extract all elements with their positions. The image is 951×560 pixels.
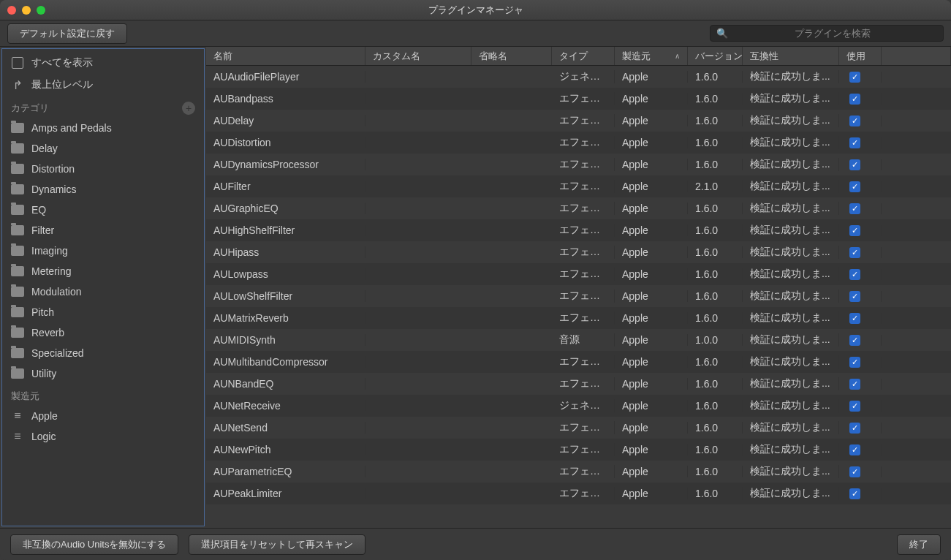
use-checkbox[interactable]: ✓ — [849, 488, 860, 499]
sidebar-category-item[interactable]: Metering — [2, 261, 204, 281]
column-manufacturer[interactable]: 製造元 ∧ — [615, 47, 688, 65]
cell-manufacturer: Apple — [615, 137, 688, 148]
sidebar-item-label: Dynamics — [31, 183, 76, 195]
cell-name: AUMultibandCompressor — [206, 356, 365, 368]
table-row[interactable]: AUGraphicEQエフェクトApple1.6.0検証に成功しま...✓ — [206, 197, 951, 219]
table-row[interactable]: AUNewPitchエフェクトApple1.6.0検証に成功しま...✓ — [206, 439, 951, 461]
column-version[interactable]: バージョン — [688, 47, 743, 65]
sidebar-category-item[interactable]: Modulation — [2, 281, 204, 302]
sidebar-item-label: Reverb — [31, 327, 64, 338]
use-checkbox[interactable]: ✓ — [849, 137, 860, 148]
cell-name: AUGraphicEQ — [206, 203, 365, 214]
sidebar-manufacturer-item[interactable]: Logic — [2, 426, 204, 447]
table-row[interactable]: AUPeakLimiterエフェクトApple1.6.0検証に成功しま...✓ — [206, 483, 951, 504]
sidebar-manufacturer-item[interactable]: Apple — [2, 406, 204, 426]
search-field[interactable]: 🔍 — [710, 25, 944, 42]
table-row[interactable]: AUDelayエフェクトApple1.6.0検証に成功しま...✓ — [206, 110, 951, 132]
sidebar-category-item[interactable]: Dynamics — [2, 179, 204, 200]
table-row[interactable]: AULowShelfFilterエフェクトApple1.6.0検証に成功しま..… — [206, 285, 951, 307]
sidebar-category-item[interactable]: Reverb — [2, 322, 204, 343]
cell-version: 1.6.0 — [688, 312, 743, 324]
cell-type: エフェクト — [552, 114, 615, 127]
use-checkbox[interactable]: ✓ — [849, 444, 860, 455]
column-use[interactable]: 使用 — [839, 47, 882, 65]
cell-name: AULowpass — [206, 268, 365, 280]
use-checkbox[interactable]: ✓ — [849, 247, 860, 258]
table-row[interactable]: AUHipassエフェクトApple1.6.0検証に成功しま...✓ — [206, 241, 951, 263]
titlebar: プラグインマネージャ — [0, 0, 951, 20]
minimize-icon[interactable] — [22, 6, 31, 15]
use-checkbox[interactable]: ✓ — [849, 72, 860, 83]
column-name[interactable]: 名前 — [206, 47, 365, 65]
sidebar-category-item[interactable]: Imaging — [2, 241, 204, 261]
cell-version: 1.6.0 — [688, 378, 743, 390]
sidebar-top-level[interactable]: 最上位レベル — [2, 74, 204, 96]
use-checkbox[interactable]: ✓ — [849, 291, 860, 302]
cell-name: AUMatrixReverb — [206, 312, 365, 324]
cell-compat: 検証に成功しま... — [743, 355, 839, 368]
column-custom[interactable]: カスタム名 — [365, 47, 471, 65]
folder-icon — [11, 122, 24, 134]
table-row[interactable]: AUDynamicsProcessorエフェクトApple1.6.0検証に成功し… — [206, 154, 951, 175]
column-compat[interactable]: 互換性 — [743, 47, 839, 65]
disable-incompat-button[interactable]: 非互換のAudio Unitsを無効にする — [10, 534, 178, 555]
use-checkbox[interactable]: ✓ — [849, 335, 860, 346]
cell-use: ✓ — [839, 357, 882, 368]
table-row[interactable]: AUMIDISynth音源Apple1.0.0検証に成功しま...✓ — [206, 329, 951, 351]
table-row[interactable]: AUNetReceiveジェネレ...Apple1.6.0検証に成功しま...✓ — [206, 395, 951, 417]
sidebar-category-item[interactable]: Pitch — [2, 302, 204, 322]
add-category-icon[interactable]: + — [182, 102, 195, 115]
sidebar-category-item[interactable]: Distortion — [2, 159, 204, 179]
column-abbrev[interactable]: 省略名 — [471, 47, 552, 65]
sidebar-category-item[interactable]: EQ — [2, 200, 204, 220]
table-row[interactable]: AUMultibandCompressorエフェクトApple1.6.0検証に成… — [206, 351, 951, 373]
use-checkbox[interactable]: ✓ — [849, 357, 860, 368]
list-icon — [11, 410, 24, 422]
use-checkbox[interactable]: ✓ — [849, 203, 860, 214]
table-row[interactable]: AUParametricEQエフェクトApple1.6.0検証に成功しま...✓ — [206, 461, 951, 483]
table-row[interactable]: AULowpassエフェクトApple1.6.0検証に成功しま...✓ — [206, 263, 951, 285]
column-type[interactable]: タイプ — [552, 47, 615, 65]
use-checkbox[interactable]: ✓ — [849, 181, 860, 192]
table-row[interactable]: AUAudioFilePlayerジェネレ...Apple1.6.0検証に成功し… — [206, 66, 951, 88]
cell-type: エフェクト — [552, 224, 615, 237]
sidebar-category-item[interactable]: Delay — [2, 138, 204, 159]
table-row[interactable]: AUNBandEQエフェクトApple1.6.0検証に成功しま...✓ — [206, 373, 951, 395]
search-input[interactable] — [728, 28, 937, 39]
cell-manufacturer: Apple — [615, 312, 688, 324]
cell-manufacturer: Apple — [615, 71, 688, 83]
folder-icon — [11, 163, 24, 175]
use-checkbox[interactable]: ✓ — [849, 94, 860, 105]
cell-type: エフェクト — [552, 465, 615, 478]
reset-defaults-button[interactable]: デフォルト設定に戻す — [7, 23, 127, 44]
use-checkbox[interactable]: ✓ — [849, 225, 860, 236]
reset-rescan-button[interactable]: 選択項目をリセットして再スキャン — [189, 534, 365, 555]
use-checkbox[interactable]: ✓ — [849, 423, 860, 434]
folder-icon — [11, 286, 24, 298]
sidebar-category-item[interactable]: Specialized — [2, 343, 204, 363]
use-checkbox[interactable]: ✓ — [849, 269, 860, 280]
sidebar-category-item[interactable]: Amps and Pedals — [2, 118, 204, 138]
use-checkbox[interactable]: ✓ — [849, 379, 860, 390]
sidebar-show-all[interactable]: すべてを表示 — [2, 52, 204, 74]
use-checkbox[interactable]: ✓ — [849, 159, 860, 170]
use-checkbox[interactable]: ✓ — [849, 313, 860, 324]
sidebar-category-item[interactable]: Utility — [2, 363, 204, 384]
sidebar-category-item[interactable]: Filter — [2, 220, 204, 241]
table-row[interactable]: AUFilterエフェクトApple2.1.0検証に成功しま...✓ — [206, 175, 951, 197]
table-row[interactable]: AUBandpassエフェクトApple1.6.0検証に成功しま...✓ — [206, 88, 951, 110]
cell-compat: 検証に成功しま... — [743, 311, 839, 325]
cell-compat: 検証に成功しま... — [743, 70, 839, 83]
use-checkbox[interactable]: ✓ — [849, 116, 860, 126]
table-row[interactable]: AUHighShelfFilterエフェクトApple1.6.0検証に成功しま.… — [206, 219, 951, 241]
zoom-icon[interactable] — [37, 6, 45, 15]
table-row[interactable]: AUNetSendエフェクトApple1.6.0検証に成功しま...✓ — [206, 417, 951, 439]
done-button[interactable]: 終了 — [897, 534, 941, 555]
close-icon[interactable] — [7, 6, 16, 15]
sidebar-item-label: Specialized — [31, 347, 84, 359]
table-row[interactable]: AUDistortionエフェクトApple1.6.0検証に成功しま...✓ — [206, 132, 951, 154]
use-checkbox[interactable]: ✓ — [849, 466, 860, 477]
table-row[interactable]: AUMatrixReverbエフェクトApple1.6.0検証に成功しま...✓ — [206, 307, 951, 329]
use-checkbox[interactable]: ✓ — [849, 401, 860, 412]
table-body[interactable]: AUAudioFilePlayerジェネレ...Apple1.6.0検証に成功し… — [206, 66, 951, 528]
